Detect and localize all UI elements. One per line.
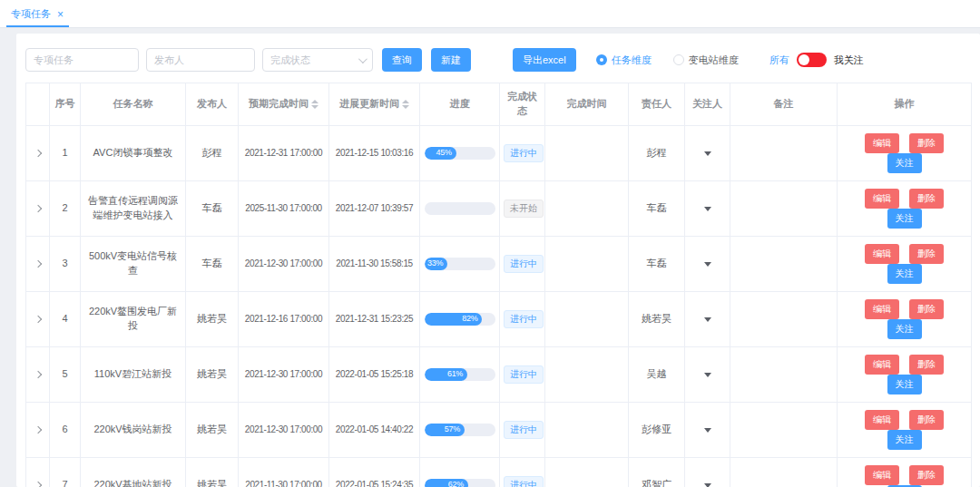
complete-time-cell xyxy=(545,236,629,291)
delete-button[interactable]: 删除 xyxy=(909,189,944,209)
expand-cell[interactable] xyxy=(26,236,50,291)
radio-task-label: 任务维度 xyxy=(612,54,652,67)
header-task-name: 任务名称 xyxy=(81,83,186,126)
expand-icon[interactable] xyxy=(34,371,41,378)
header-expected-time[interactable]: 预期完成时间 xyxy=(239,83,329,126)
expected-time-cell: 2021-11-30 17:00:00 xyxy=(239,457,329,487)
status-badge: 进行中 xyxy=(504,144,544,163)
status-badge: 进行中 xyxy=(504,255,544,274)
radio-substation-dimension[interactable]: 变电站维度 xyxy=(673,54,739,67)
complete-time-cell xyxy=(545,291,629,346)
expand-icon[interactable] xyxy=(34,316,41,323)
progress-label: 82% xyxy=(462,313,477,325)
followers-dropdown-icon[interactable] xyxy=(704,207,711,211)
edit-button[interactable]: 编辑 xyxy=(865,410,899,430)
progress-cell: 57% xyxy=(420,402,500,457)
follow-button[interactable]: 关注 xyxy=(887,264,922,284)
follow-toggle[interactable] xyxy=(797,53,827,67)
progress-bar: 62% xyxy=(425,479,495,487)
progress-cell: 62% xyxy=(420,457,500,487)
expand-icon[interactable] xyxy=(34,205,41,212)
edit-button[interactable]: 编辑 xyxy=(865,355,899,375)
tab-label: 专项任务 xyxy=(11,7,51,21)
delete-button[interactable]: 删除 xyxy=(909,355,944,375)
edit-button[interactable]: 编辑 xyxy=(865,299,899,319)
table-row: 6 220kV钱岗站新投 姚若昊 2021-12-30 17:00:00 202… xyxy=(26,402,972,457)
operations-cell: 编辑 删除 关注 xyxy=(838,346,972,402)
delete-button[interactable]: 删除 xyxy=(909,410,944,430)
expected-time-cell: 2021-12-30 17:00:00 xyxy=(239,236,329,291)
followers-cell[interactable] xyxy=(685,125,730,180)
expand-cell[interactable] xyxy=(26,457,50,487)
status-select[interactable]: 完成状态 xyxy=(262,48,373,72)
edit-button[interactable]: 编辑 xyxy=(865,465,899,485)
follow-button[interactable]: 关注 xyxy=(887,430,922,450)
expand-icon[interactable] xyxy=(34,150,41,157)
edit-button[interactable]: 编辑 xyxy=(865,189,899,209)
followers-cell[interactable] xyxy=(685,236,730,291)
remark-cell xyxy=(730,180,838,236)
progress-bar xyxy=(425,202,495,215)
header-complete-time: 完成时间 xyxy=(545,83,629,126)
expand-cell[interactable] xyxy=(26,291,50,346)
follow-button[interactable]: 关注 xyxy=(887,153,922,173)
seq-cell: 4 xyxy=(50,291,81,346)
followers-dropdown-icon[interactable] xyxy=(704,151,711,156)
delete-button[interactable]: 删除 xyxy=(909,465,944,485)
publisher-input[interactable] xyxy=(146,48,255,72)
expand-cell[interactable] xyxy=(26,180,50,236)
expand-cell[interactable] xyxy=(26,402,50,457)
responsible-cell: 邓智广 xyxy=(629,457,685,487)
radio-task-dimension[interactable]: 任务维度 xyxy=(596,54,652,67)
status-badge: 进行中 xyxy=(504,421,544,440)
radio-unselected-icon xyxy=(673,54,684,65)
edit-button[interactable]: 编辑 xyxy=(865,244,899,264)
update-time-cell: 2022-01-05 14:40:22 xyxy=(329,402,420,457)
expand-icon[interactable] xyxy=(34,482,41,487)
followers-dropdown-icon[interactable] xyxy=(704,373,711,377)
followers-dropdown-icon[interactable] xyxy=(704,262,711,267)
export-excel-button[interactable]: 导出excel xyxy=(513,48,576,72)
follow-button[interactable]: 关注 xyxy=(887,375,922,394)
followers-cell[interactable] xyxy=(685,180,730,236)
followers-dropdown-icon[interactable] xyxy=(704,317,711,322)
expected-time-cell: 2021-12-30 17:00:00 xyxy=(239,346,329,402)
status-badge: 进行中 xyxy=(504,365,544,385)
progress-label: 57% xyxy=(445,424,460,435)
header-update-time[interactable]: 进展更新时间 xyxy=(329,83,420,126)
followers-dropdown-icon[interactable] xyxy=(704,428,711,433)
table-header-row: 序号 任务名称 发布人 预期完成时间 进展更新时间 进度 完成状态 完成时间 责… xyxy=(26,83,972,126)
sort-icons[interactable] xyxy=(311,100,318,109)
tab-special-tasks[interactable]: 专项任务 × xyxy=(6,0,69,27)
responsible-cell: 彭程 xyxy=(629,125,685,180)
followers-cell[interactable] xyxy=(685,346,730,402)
followers-cell[interactable] xyxy=(685,402,730,457)
progress-bar: 33% xyxy=(425,258,495,270)
expand-cell[interactable] xyxy=(26,346,50,402)
query-button[interactable]: 查询 xyxy=(382,48,422,72)
operations-cell: 编辑 删除 关注 xyxy=(838,291,972,346)
sort-icons[interactable] xyxy=(402,100,409,109)
followers-cell[interactable] xyxy=(685,291,730,346)
delete-button[interactable]: 删除 xyxy=(909,133,944,153)
progress-cell xyxy=(420,180,500,236)
follow-button[interactable]: 关注 xyxy=(887,209,922,229)
edit-button[interactable]: 编辑 xyxy=(865,133,899,153)
task-name-cell: 220kV基地站新投 xyxy=(81,457,186,487)
followers-cell[interactable] xyxy=(685,457,730,487)
table-body: 1 AVC闭锁事项整改 彭程 2021-12-31 17:00:00 2021-… xyxy=(26,125,972,487)
expand-icon[interactable] xyxy=(34,426,41,433)
header-progress: 进度 xyxy=(420,83,500,126)
create-button[interactable]: 新建 xyxy=(431,48,471,72)
tab-close-icon[interactable]: × xyxy=(57,9,64,20)
table-row: 5 110kV碧江站新投 姚若昊 2021-12-30 17:00:00 202… xyxy=(26,346,972,402)
followers-dropdown-icon[interactable] xyxy=(704,483,711,487)
seq-cell: 7 xyxy=(50,457,81,487)
expand-icon[interactable] xyxy=(34,260,41,268)
expected-time-cell: 2021-12-31 17:00:00 xyxy=(239,125,329,180)
task-name-input[interactable] xyxy=(25,48,139,72)
expand-cell[interactable] xyxy=(26,125,50,180)
delete-button[interactable]: 删除 xyxy=(909,244,944,264)
delete-button[interactable]: 删除 xyxy=(909,299,944,319)
follow-button[interactable]: 关注 xyxy=(887,319,922,339)
